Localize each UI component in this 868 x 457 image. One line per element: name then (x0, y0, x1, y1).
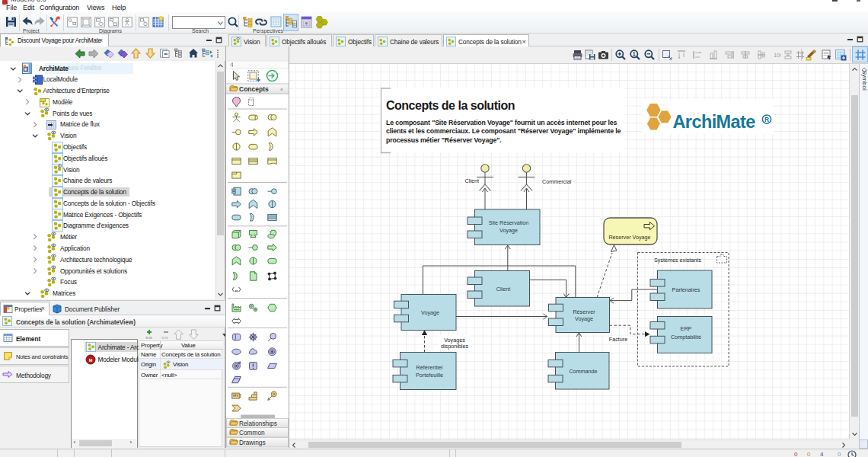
svg-text:Site Réservation: Site Réservation (489, 219, 529, 226)
svg-text:Common: Common (239, 429, 265, 436)
svg-text:R: R (764, 116, 769, 123)
svg-text:Partenaires: Partenaires (672, 286, 700, 293)
svg-text:Voyage: Voyage (499, 227, 518, 234)
svg-text:[0]: [0] (292, 22, 297, 27)
svg-text:10!: 10! (774, 53, 781, 58)
svg-text:Concepts de la solution: Concepts de la solution (386, 99, 515, 112)
svg-text:Le composant "Site Réservation: Le composant "Site Réservation Voyage" f… (386, 119, 617, 126)
svg-text:Client: Client (465, 177, 479, 184)
svg-text:Facture: Facture (609, 336, 627, 343)
svg-text:Systèmes existants: Systèmes existants (654, 257, 701, 264)
svg-text:disponibles: disponibles (441, 343, 468, 350)
svg-text:Concepts: Concepts (239, 85, 269, 93)
svg-text:Portefeuille: Portefeuille (416, 372, 443, 379)
svg-text:Commande: Commande (569, 368, 597, 375)
svg-text:1: 1 (633, 51, 636, 56)
svg-text:clients et les commerciaux. Le: clients et les commerciaux. Le composant… (386, 127, 621, 135)
svg-text:Drawings: Drawings (239, 439, 266, 446)
svg-text:Commercial: Commercial (542, 178, 572, 185)
svg-text:«: « (280, 87, 283, 92)
svg-text:Voyage: Voyage (421, 309, 439, 316)
svg-text:M: M (88, 358, 92, 363)
svg-text:Voyage: Voyage (575, 315, 593, 322)
svg-text:Comptabilité: Comptabilité (671, 334, 701, 340)
svg-text:Réserver: Réserver (573, 308, 595, 315)
svg-text:Client: Client (496, 286, 510, 292)
svg-text:ArchiMate: ArchiMate (673, 112, 756, 132)
svg-text:processus métier "Réserver Voy: processus métier "Réserver Voyage". (386, 136, 502, 144)
svg-text:ERP: ERP (681, 325, 692, 332)
svg-text:Réserver Voyage: Réserver Voyage (608, 234, 650, 241)
svg-text:Relationships: Relationships (239, 420, 277, 427)
svg-text:Référentiel: Référentiel (416, 364, 443, 371)
